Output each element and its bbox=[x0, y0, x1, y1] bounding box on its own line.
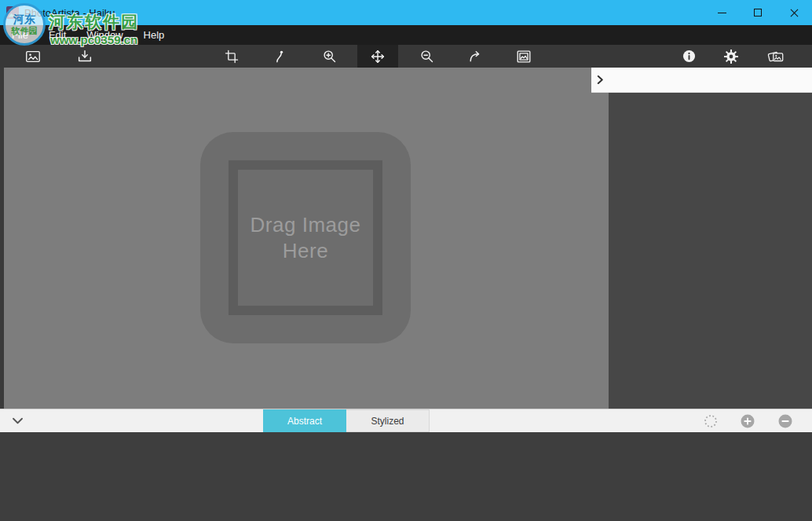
chevron-down-icon bbox=[12, 416, 24, 425]
zoom-increase-button[interactable] bbox=[740, 413, 755, 428]
close-icon bbox=[790, 9, 799, 17]
dropzone-frame: Drag Image Here bbox=[229, 160, 382, 315]
info-icon bbox=[681, 48, 697, 64]
menu-bar: File Edit Window Help bbox=[0, 25, 812, 45]
brush-icon bbox=[272, 49, 288, 64]
close-button[interactable] bbox=[776, 0, 812, 25]
plus-circle-icon bbox=[741, 414, 755, 428]
settings-gear-icon bbox=[722, 48, 740, 65]
panel-collapse-down-button[interactable] bbox=[6, 409, 28, 432]
zoom-out-tool-button[interactable] bbox=[411, 45, 442, 68]
info-button[interactable] bbox=[673, 45, 704, 68]
gallery-cards-icon bbox=[766, 48, 785, 65]
titlebar: PhotoArtista - Haiku bbox=[0, 0, 812, 25]
tab-stylized[interactable]: Stylized bbox=[346, 409, 430, 432]
window-title: PhotoArtista - Haiku bbox=[24, 7, 115, 19]
menu-window[interactable]: Window bbox=[76, 25, 133, 45]
main-area: Drag Image Here bbox=[0, 68, 812, 409]
settings-button[interactable] bbox=[715, 45, 747, 68]
panel-collapse-bar[interactable] bbox=[591, 68, 812, 93]
crop-icon bbox=[224, 49, 240, 64]
window-controls bbox=[704, 0, 812, 25]
frame-image-tool-button[interactable] bbox=[508, 45, 540, 68]
dropzone-text: Drag Image Here bbox=[247, 212, 364, 263]
app-icon bbox=[6, 6, 19, 19]
minimize-button[interactable] bbox=[704, 0, 740, 25]
gallery-button[interactable] bbox=[760, 45, 792, 68]
left-edge bbox=[0, 68, 4, 409]
brush-tool-button[interactable] bbox=[265, 45, 296, 68]
crop-tool-button[interactable] bbox=[216, 45, 247, 68]
style-tabs: Abstract Stylized bbox=[263, 409, 430, 432]
style-thumbnails-panel bbox=[0, 432, 812, 521]
zoom-in-tool-button[interactable] bbox=[313, 45, 345, 68]
right-panel bbox=[609, 93, 812, 409]
image-dropzone[interactable]: Drag Image Here bbox=[200, 132, 411, 343]
bottom-bar: Abstract Stylized bbox=[0, 409, 812, 432]
minimize-icon bbox=[718, 13, 726, 13]
app-window: PhotoArtista - Haiku File Edit Window He… bbox=[0, 0, 812, 521]
open-image-tool-button[interactable] bbox=[17, 45, 49, 68]
zoom-in-icon bbox=[321, 48, 338, 64]
maximize-icon bbox=[754, 9, 762, 17]
zoom-out-icon bbox=[419, 48, 435, 64]
menu-edit[interactable]: Edit bbox=[38, 25, 76, 45]
move-tool-button[interactable] bbox=[357, 45, 398, 68]
chevron-right-icon bbox=[597, 75, 604, 85]
import-image-icon bbox=[76, 48, 93, 65]
image-icon bbox=[24, 48, 42, 65]
tab-abstract[interactable]: Abstract bbox=[263, 409, 346, 432]
maximize-button[interactable] bbox=[740, 0, 776, 25]
menu-file[interactable]: File bbox=[2, 25, 38, 45]
move-icon bbox=[369, 48, 386, 65]
effects-button[interactable] bbox=[703, 413, 718, 428]
frame-image-icon bbox=[515, 48, 532, 65]
dotted-circle-icon bbox=[704, 414, 718, 428]
redo-tool-button[interactable] bbox=[459, 45, 491, 68]
redo-icon bbox=[467, 49, 483, 64]
zoom-decrease-button[interactable] bbox=[777, 413, 792, 428]
menu-help[interactable]: Help bbox=[134, 25, 175, 45]
toolbar bbox=[0, 45, 812, 68]
import-image-tool-button[interactable] bbox=[69, 45, 101, 68]
minus-circle-icon bbox=[778, 414, 792, 428]
